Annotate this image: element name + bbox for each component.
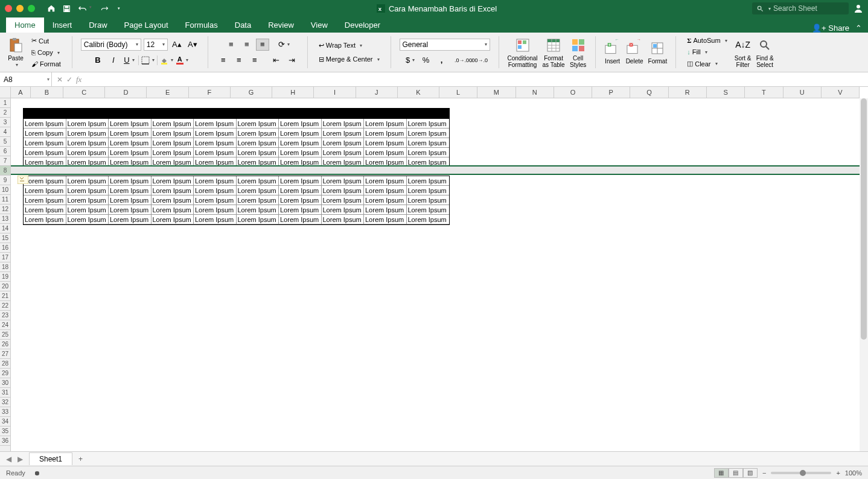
column-headers[interactable]: ABCDEFGHIJKLMNOPQRSTUV — [11, 87, 860, 98]
number-format-combo[interactable]: General▾ — [400, 39, 490, 51]
col-header-T[interactable]: T — [745, 87, 783, 98]
cell[interactable]: Lorem Ipsum — [322, 176, 365, 186]
row-header-9[interactable]: 9 — [0, 176, 10, 185]
col-header-Q[interactable]: Q — [630, 87, 668, 98]
cell[interactable]: Lorem Ipsum — [407, 138, 450, 148]
cell[interactable]: Lorem Ipsum — [24, 128, 66, 138]
cell[interactable]: Lorem Ipsum — [364, 176, 407, 186]
row-header-2[interactable]: 2 — [0, 108, 10, 118]
col-header-V[interactable]: V — [822, 87, 860, 98]
cell[interactable]: Lorem Ipsum — [66, 195, 109, 205]
col-header-E[interactable]: E — [147, 87, 188, 98]
row-header-13[interactable]: 13 — [0, 214, 10, 224]
cell[interactable]: Lorem Ipsum — [109, 195, 152, 205]
tab-developer[interactable]: Developer — [336, 17, 389, 33]
row-header-4[interactable]: 4 — [0, 127, 10, 137]
zoom-slider[interactable] — [771, 472, 831, 474]
cell[interactable]: Lorem Ipsum — [364, 119, 407, 128]
cell[interactable]: Lorem Ipsum — [407, 128, 450, 138]
cell[interactable]: Lorem Ipsum — [407, 186, 450, 195]
format-painter-button[interactable]: 🖌Format — [29, 59, 63, 69]
zoom-level[interactable]: 100% — [845, 469, 862, 477]
cell[interactable]: Lorem Ipsum — [322, 186, 365, 195]
row-header-23[interactable]: 23 — [0, 311, 10, 320]
clear-button[interactable]: ◫Clear▾ — [685, 59, 720, 69]
dropdown-caret-icon[interactable]: ▾ — [88, 5, 93, 10]
cell[interactable]: Lorem Ipsum — [24, 215, 66, 224]
row-header-11[interactable]: 11 — [0, 195, 10, 205]
cell[interactable]: Lorem Ipsum — [152, 176, 194, 186]
enter-formula-icon[interactable]: ✓ — [66, 75, 72, 84]
row-header-30[interactable]: 30 — [0, 378, 10, 388]
paste-button[interactable]: Paste ▾ — [5, 35, 27, 69]
row-header-19[interactable]: 19 — [0, 272, 10, 282]
cancel-formula-icon[interactable]: ✕ — [57, 75, 63, 84]
cell[interactable]: Lorem Ipsum — [364, 128, 407, 138]
normal-view-icon[interactable]: ▦ — [714, 468, 729, 478]
cell[interactable]: Lorem Ipsum — [66, 157, 109, 167]
autosum-button[interactable]: ΣAutoSum▾ — [685, 36, 729, 45]
user-icon[interactable] — [854, 4, 863, 13]
cell[interactable]: Lorem Ipsum — [407, 215, 450, 224]
border-button[interactable]: ▾ — [141, 54, 155, 66]
increase-font-icon[interactable]: A▴ — [170, 39, 183, 51]
wrap-text-button[interactable]: ↩Wrap Text▾ — [316, 40, 365, 51]
cell[interactable]: Lorem Ipsum — [279, 195, 322, 205]
zoom-in-button[interactable]: + — [836, 469, 840, 477]
col-header-R[interactable]: R — [669, 87, 707, 98]
bold-button[interactable]: B — [91, 54, 104, 66]
row-header-18[interactable]: 18 — [0, 262, 10, 272]
row-header-3[interactable]: 3 — [0, 118, 10, 127]
align-top-icon[interactable]: ≡ — [225, 39, 238, 51]
percent-icon[interactable]: % — [420, 54, 433, 66]
col-header-S[interactable]: S — [707, 87, 745, 98]
cell[interactable]: Lorem Ipsum — [364, 157, 407, 167]
cell[interactable]: Lorem Ipsum — [364, 205, 407, 215]
align-middle-icon[interactable]: ≡ — [240, 39, 254, 51]
col-header-C[interactable]: C — [63, 87, 105, 98]
comma-style-icon[interactable]: , — [435, 54, 448, 66]
tab-data[interactable]: Data — [226, 17, 260, 33]
cell[interactable]: Lorem Ipsum — [24, 195, 66, 205]
cell[interactable]: Lorem Ipsum — [364, 215, 407, 224]
font-color-button[interactable]: A▾ — [176, 54, 189, 66]
tab-formulas[interactable]: Formulas — [177, 17, 226, 33]
cell[interactable]: Lorem Ipsum — [364, 138, 407, 148]
col-header-D[interactable]: D — [105, 87, 147, 98]
cell[interactable]: Lorem Ipsum — [66, 186, 109, 195]
zoom-thumb[interactable] — [800, 470, 806, 476]
cell[interactable]: Lorem Ipsum — [279, 128, 322, 138]
italic-button[interactable]: I — [107, 54, 120, 66]
search-sheet-input[interactable]: ▾ Search Sheet — [752, 2, 849, 14]
col-header-O[interactable]: O — [554, 87, 592, 98]
scrollbar-thumb[interactable] — [861, 98, 867, 340]
cell[interactable]: Lorem Ipsum — [237, 205, 279, 215]
decrease-decimal-icon[interactable]: .00→.0 — [473, 54, 486, 66]
tab-insert[interactable]: Insert — [44, 17, 81, 33]
cell[interactable]: Lorem Ipsum — [109, 138, 152, 148]
font-name-combo[interactable]: Calibri (Body)▾ — [81, 39, 141, 51]
cell[interactable]: Lorem Ipsum — [279, 176, 322, 186]
row-header-8[interactable]: 8 — [0, 166, 10, 176]
cell[interactable]: Lorem Ipsum — [194, 148, 237, 157]
col-header-H[interactable]: H — [272, 87, 314, 98]
col-header-L[interactable]: L — [439, 87, 477, 98]
cell[interactable]: Lorem Ipsum — [407, 205, 450, 215]
row-header-31[interactable]: 31 — [0, 388, 10, 398]
cell[interactable]: Lorem Ipsum — [237, 128, 279, 138]
col-header-K[interactable]: K — [398, 87, 439, 98]
qat-customize-icon[interactable]: ▾ — [116, 6, 121, 11]
tab-view[interactable]: View — [302, 17, 336, 33]
cell[interactable]: Lorem Ipsum — [279, 205, 322, 215]
col-header-F[interactable]: F — [189, 87, 231, 98]
cell[interactable]: Lorem Ipsum — [322, 138, 365, 148]
cell[interactable]: Lorem Ipsum — [194, 119, 237, 128]
home-icon[interactable] — [47, 4, 56, 13]
close-window-icon[interactable] — [5, 5, 12, 12]
page-layout-view-icon[interactable]: ▤ — [729, 468, 743, 478]
cell[interactable]: Lorem Ipsum — [194, 215, 237, 224]
cell[interactable]: Lorem Ipsum — [194, 186, 237, 195]
row-header-35[interactable]: 35 — [0, 427, 10, 436]
cell[interactable]: Lorem Ipsum — [24, 138, 66, 148]
tab-home[interactable]: Home — [6, 17, 44, 33]
